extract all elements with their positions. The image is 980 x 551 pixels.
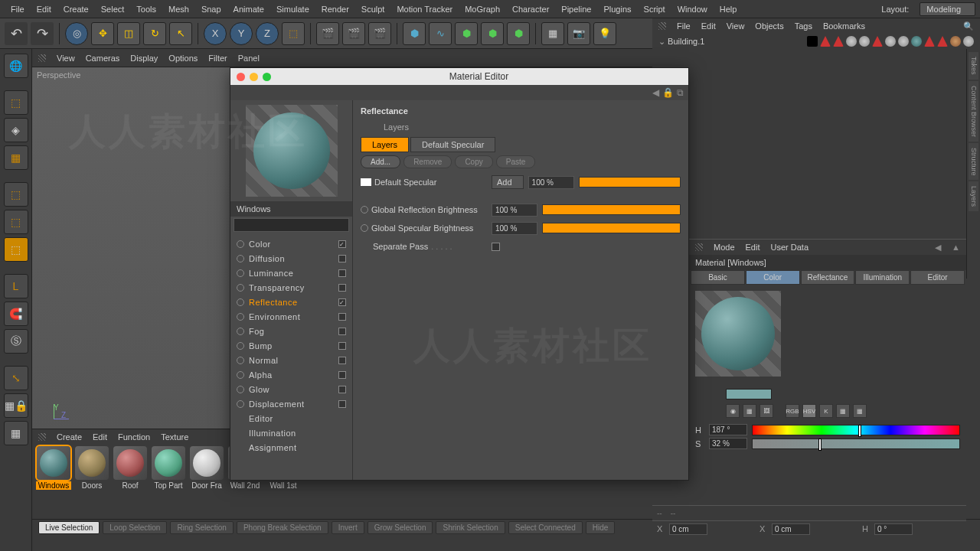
sel-hide[interactable]: Hide — [586, 521, 616, 534]
attrmenu-userdata[interactable]: User Data — [771, 243, 809, 252]
vpmenu-panel[interactable]: Panel — [238, 54, 260, 63]
material-thumb[interactable] — [37, 446, 70, 480]
tag-sphere-icon[interactable] — [963, 36, 974, 47]
axis-x-button[interactable]: X — [204, 22, 227, 45]
render-view-button[interactable]: 🎬 — [316, 22, 339, 45]
vpmenu-display[interactable]: Display — [130, 54, 158, 63]
atab-basic[interactable]: Basic — [691, 270, 745, 285]
lock-icon[interactable]: 🔒 — [662, 87, 674, 98]
redo-button[interactable]: ↷ — [31, 22, 54, 45]
tag-sphere-icon[interactable] — [911, 36, 922, 47]
channel-assignment[interactable]: Assignment — [230, 440, 352, 455]
scale-tool[interactable]: ◫ — [117, 22, 140, 45]
spline-button[interactable]: ∿ — [429, 22, 452, 45]
sel-connected[interactable]: Select Connected — [508, 521, 583, 534]
sel-phong[interactable]: Phong Break Selection — [237, 521, 328, 534]
cube-primitive-button[interactable]: ⬢ — [403, 22, 426, 45]
rotate-tool[interactable]: ↻ — [143, 22, 166, 45]
sat-slider[interactable] — [752, 439, 960, 449]
attrmenu-mode[interactable]: Mode — [714, 243, 735, 252]
sel-live[interactable]: Live Selection — [38, 521, 100, 534]
camera-button[interactable]: ▦ — [541, 22, 564, 45]
tag-sphere-icon[interactable] — [859, 36, 870, 47]
render-settings-button[interactable]: 🎬 — [368, 22, 391, 45]
global-refl-slider[interactable] — [542, 204, 681, 215]
axis-z-button[interactable]: Z — [256, 22, 279, 45]
material-thumb[interactable] — [113, 446, 147, 480]
copy-button[interactable]: Copy — [455, 155, 492, 168]
rtab-content[interactable]: Content Browser — [969, 81, 978, 142]
material-thumb[interactable] — [152, 446, 185, 480]
sel-loop[interactable]: Loop Selection — [103, 521, 167, 534]
hsv-button[interactable]: HSV — [802, 404, 816, 418]
channel-displacement[interactable]: Displacement — [230, 396, 352, 411]
tag-sphere-icon[interactable] — [846, 36, 857, 47]
workplane-button[interactable]: ▦ — [4, 145, 28, 170]
material-preview[interactable] — [246, 105, 338, 197]
vpmenu-cameras[interactable]: Cameras — [86, 54, 120, 63]
nav-back-icon[interactable]: ◀ — [935, 243, 941, 253]
atab-editor[interactable]: Editor — [910, 270, 965, 285]
vpmenu-view[interactable]: View — [57, 54, 75, 63]
layer-name[interactable]: Default Specular — [374, 178, 436, 187]
colormode-icon[interactable]: 🖼 — [760, 404, 773, 418]
channel-fog[interactable]: Fog — [230, 324, 352, 338]
sel-grow[interactable]: Grow Selection — [368, 521, 433, 534]
remove-button[interactable]: Remove — [403, 155, 452, 168]
tag-tri-icon[interactable] — [833, 36, 844, 47]
layer-strength-input[interactable]: 100 % — [528, 176, 574, 189]
tag-tri-icon[interactable] — [924, 36, 935, 47]
colormode-icon[interactable]: ▦ — [853, 404, 867, 418]
light2-button[interactable]: 💡 — [593, 22, 616, 45]
atab-reflectance[interactable]: Reflectance — [801, 270, 855, 285]
vpmenu-options[interactable]: Options — [168, 54, 198, 63]
atab-illumination[interactable]: Illumination — [855, 270, 910, 285]
texture-mode-button[interactable]: ◈ — [4, 118, 28, 142]
coord-x-input[interactable]: 0 cm — [669, 523, 707, 535]
maximize-icon[interactable] — [263, 73, 271, 81]
material-thumb[interactable] — [75, 446, 109, 480]
tag-icon[interactable] — [807, 36, 818, 47]
menu-edit[interactable]: Edit — [31, 5, 57, 14]
point-mode-button[interactable]: ⬚ — [4, 182, 28, 207]
polygon-mode-button[interactable]: ⬚ — [4, 237, 28, 262]
separate-pass-checkbox[interactable] — [492, 243, 500, 251]
menu-plugins[interactable]: Plugins — [597, 5, 637, 14]
vpmenu-filter[interactable]: Filter — [208, 54, 227, 63]
matmenu-edit[interactable]: Edit — [93, 432, 107, 442]
attrmenu-edit[interactable]: Edit — [746, 243, 760, 252]
menu-window[interactable]: Window — [671, 5, 714, 14]
add-button[interactable]: Add... — [361, 155, 400, 168]
tag-tri-icon[interactable] — [820, 36, 831, 47]
channel-normal[interactable]: Normal — [230, 353, 352, 367]
grip-icon[interactable] — [695, 243, 703, 251]
colormode-icon[interactable]: ▦ — [743, 404, 756, 418]
menu-render[interactable]: Render — [315, 5, 355, 14]
axis-button[interactable]: L — [4, 274, 28, 298]
axis-y-button[interactable]: Y — [230, 22, 253, 45]
grip-icon[interactable] — [38, 54, 46, 62]
light-button[interactable]: 📷 — [567, 22, 590, 45]
layout-selector[interactable]: Modeling — [920, 2, 975, 16]
menu-file[interactable]: File — [5, 5, 31, 14]
objmenu-bookmarks[interactable]: Bookmarks — [823, 21, 865, 31]
coord-system-button[interactable]: ⬚ — [282, 22, 305, 45]
global-spec-slider[interactable] — [542, 223, 681, 233]
rgb-button[interactable]: RGB — [786, 404, 799, 418]
channel-illumination[interactable]: Illumination — [230, 425, 352, 440]
menu-animate[interactable]: Animate — [227, 5, 270, 14]
hue-slider[interactable] — [752, 425, 960, 435]
edge-mode-button[interactable]: ⬚ — [4, 210, 28, 234]
matmenu-texture[interactable]: Texture — [161, 432, 188, 442]
deformer-button[interactable]: ⬢ — [481, 22, 504, 45]
menu-create[interactable]: Create — [57, 5, 95, 14]
channel-alpha[interactable]: Alpha — [230, 367, 352, 382]
menu-help[interactable]: Help — [714, 5, 743, 14]
menu-script[interactable]: Script — [638, 5, 671, 14]
sel-invert[interactable]: Invert — [332, 521, 364, 534]
rtab-takes[interactable]: Takes — [969, 52, 978, 80]
menu-simulate[interactable]: Simulate — [270, 5, 315, 14]
paste-button[interactable]: Paste — [496, 155, 536, 168]
material-name-field[interactable]: Windows — [230, 201, 352, 217]
layer-strength-slider[interactable] — [579, 177, 681, 187]
